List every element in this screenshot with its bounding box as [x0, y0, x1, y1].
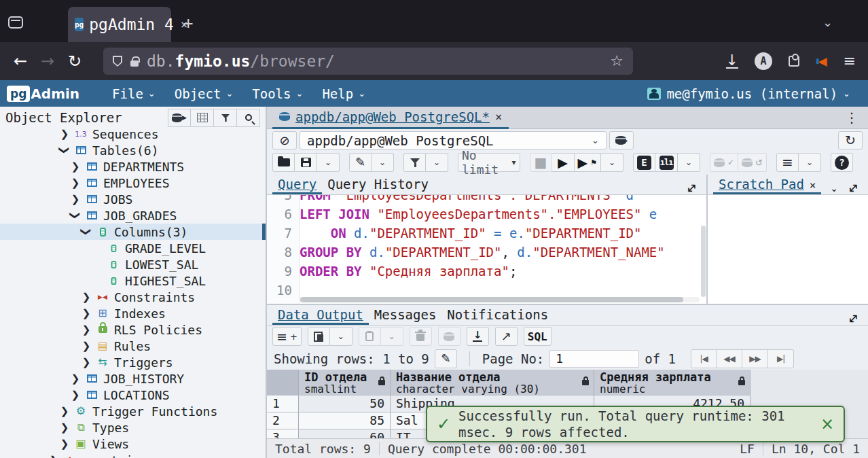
- commit-button[interactable]: ✓: [710, 153, 738, 172]
- execute-button[interactable]: ▶: [552, 153, 575, 172]
- menu-file[interactable]: File⌄: [112, 86, 156, 101]
- tree-item-locations[interactable]: ❯LOCATIONS: [0, 387, 266, 403]
- tree-item-rules[interactable]: ❯▤Rules: [0, 338, 266, 354]
- tree-item-rls-policies[interactable]: ❯RLS Policies: [0, 321, 266, 338]
- column-header-3[interactable]: Средняя зарплатаnumeric: [594, 370, 751, 395]
- cell[interactable]: 60: [299, 429, 391, 438]
- tree-item-countries[interactable]: ❯◈countries: [0, 452, 266, 458]
- lock-icon[interactable]: [130, 60, 139, 67]
- expander-right-icon[interactable]: ❯: [49, 454, 58, 458]
- first-page-button[interactable]: |◀: [691, 349, 717, 368]
- expander-right-icon[interactable]: ❯: [71, 389, 80, 401]
- forward-icon[interactable]: →: [34, 53, 61, 69]
- user-menu[interactable]: me@fymio.us (internal) ⌄: [647, 86, 861, 101]
- cell[interactable]: 85: [299, 412, 391, 429]
- tree-item-sequences[interactable]: ❯1.3Sequences: [0, 126, 266, 142]
- page-number-input[interactable]: 1: [549, 350, 639, 368]
- filter-button-dropdown[interactable]: ⌄: [426, 153, 448, 172]
- expander-right-icon[interactable]: ❯: [60, 405, 69, 417]
- row-number-cell[interactable]: 1: [267, 395, 299, 412]
- paste-button-dropdown[interactable]: ⌄: [381, 327, 403, 346]
- connection-select[interactable]: appdb/app@Web PostgreSQL ⌄: [300, 131, 607, 149]
- menu-tools[interactable]: Tools⌄: [252, 86, 303, 101]
- view-data-button[interactable]: [191, 109, 214, 127]
- url-bar[interactable]: db.fymio.us/browser/ ☆: [103, 48, 633, 75]
- tree-item-indexes[interactable]: ❯⊞Indexes: [0, 305, 266, 321]
- expander-down-icon[interactable]: ❯: [69, 211, 82, 220]
- tab-messages[interactable]: Messages: [369, 306, 442, 325]
- edit-menu-button[interactable]: ✎: [349, 153, 372, 172]
- list-all-tabs-icon[interactable]: ⌄: [822, 16, 833, 29]
- expander-down-icon[interactable]: ❯: [58, 145, 71, 155]
- next-page-button[interactable]: ▶▶: [742, 349, 768, 368]
- expander-right-icon[interactable]: ❯: [60, 421, 69, 434]
- expander-right-icon[interactable]: ❯: [60, 128, 69, 140]
- explain-button[interactable]: E: [633, 153, 655, 172]
- search-objects-button[interactable]: [237, 109, 260, 127]
- download-button[interactable]: ↓: [467, 327, 489, 346]
- panel-kebab-icon[interactable]: ⋮: [845, 111, 858, 124]
- expander-down-icon[interactable]: ❯: [80, 227, 92, 236]
- expander-right-icon[interactable]: ❯: [71, 160, 80, 173]
- new-connection-button[interactable]: ▶: [609, 131, 634, 149]
- tree-item-lowest-sal[interactable]: LOWEST_SAL: [0, 256, 266, 272]
- column-header-1[interactable]: ID отделаsmallint: [299, 370, 391, 395]
- tree-item-jobs[interactable]: ❯JOBS: [0, 191, 266, 207]
- cell[interactable]: 50: [299, 395, 391, 412]
- tab-query[interactable]: Query: [272, 175, 322, 194]
- tree-item-constraints[interactable]: ❯▶◀Constraints: [0, 289, 266, 305]
- back-icon[interactable]: ←: [7, 53, 34, 69]
- paste-button[interactable]: [359, 327, 381, 346]
- rollback-button[interactable]: ↺: [738, 153, 767, 172]
- explain-analyze-button-dropdown[interactable]: ⌄: [678, 153, 700, 172]
- tree-scrollbar-thumb[interactable]: [262, 224, 266, 240]
- sql-editor[interactable]: 5678910 FROM "EmployeesDepartments"."DEP…: [267, 195, 706, 304]
- new-tab-button[interactable]: +: [183, 14, 193, 33]
- tab-scratch-pad[interactable]: Scratch Pad×: [713, 175, 821, 194]
- graph-visualiser-button[interactable]: ↗: [495, 327, 518, 346]
- execute-options-button[interactable]: ▶⚑: [575, 153, 602, 172]
- extensions-icon[interactable]: [789, 56, 799, 67]
- tree-item-job-history[interactable]: ❯JOB_HISTORY: [0, 370, 266, 387]
- account-icon[interactable]: A: [755, 52, 772, 70]
- expander-right-icon[interactable]: ❯: [60, 438, 69, 450]
- toast-close-icon[interactable]: ×: [820, 416, 834, 432]
- expander-right-icon[interactable]: ❯: [71, 372, 80, 385]
- expander-right-icon[interactable]: ❯: [71, 177, 80, 189]
- expand-icon[interactable]: ↔: [845, 179, 862, 196]
- explain-analyze-button[interactable]: ılı: [655, 153, 678, 172]
- copy-button-dropdown[interactable]: ⌄: [330, 327, 352, 346]
- edit-range-button[interactable]: ✎: [435, 349, 457, 368]
- announcement-icon[interactable]: ▮◀: [816, 56, 827, 67]
- tab-notifications[interactable]: Notifications: [441, 306, 554, 325]
- tree-item-job-grades[interactable]: ❯JOB_GRADES: [0, 207, 266, 224]
- editor-v-scrollbar[interactable]: [701, 226, 706, 297]
- browser-tab[interactable]: pg pgAdmin 4 ×: [68, 7, 171, 42]
- expand-icon[interactable]: ↔: [683, 179, 700, 196]
- expander-right-icon[interactable]: ❯: [82, 356, 91, 368]
- show-sql-button[interactable]: SQL: [524, 327, 551, 346]
- tree-item-departments[interactable]: ❯DEPARTMENTS: [0, 158, 266, 175]
- expander-right-icon[interactable]: ❯: [82, 307, 91, 319]
- expander-right-icon[interactable]: ❯: [82, 323, 91, 336]
- tree-item-triggers[interactable]: ❯⇆Triggers: [0, 354, 266, 370]
- chevron-down-icon[interactable]: ⌄: [830, 183, 838, 193]
- downloads-icon[interactable]: ↓: [726, 54, 738, 69]
- tree-item-tables-6-[interactable]: ❯Tables(6): [0, 142, 266, 158]
- firefox-view-icon[interactable]: [8, 16, 23, 29]
- eol-indicator[interactable]: LF: [740, 442, 755, 456]
- tree-item-trigger-functions[interactable]: ❯⚙Trigger Functions: [0, 403, 266, 419]
- tree-item-grade-level[interactable]: GRADE_LEVEL: [0, 240, 266, 256]
- menu-object[interactable]: Object⌄: [175, 86, 234, 101]
- filter-button[interactable]: [403, 153, 426, 172]
- execute-options-button-dropdown[interactable]: ⌄: [601, 153, 623, 172]
- tree-item-views[interactable]: ❯▣Views: [0, 436, 266, 452]
- add-row-button[interactable]: ≡+: [272, 327, 302, 346]
- save-file-button-dropdown[interactable]: ⌄: [317, 153, 340, 172]
- query-tool-button[interactable]: ▶: [168, 109, 191, 127]
- reset-layout-button[interactable]: ↻: [838, 131, 863, 149]
- filter-rows-button[interactable]: [214, 109, 237, 127]
- save-data-button[interactable]: [438, 327, 460, 346]
- tree-item-types[interactable]: ❯⧉Types: [0, 419, 266, 436]
- row-number-cell[interactable]: 3: [267, 429, 299, 438]
